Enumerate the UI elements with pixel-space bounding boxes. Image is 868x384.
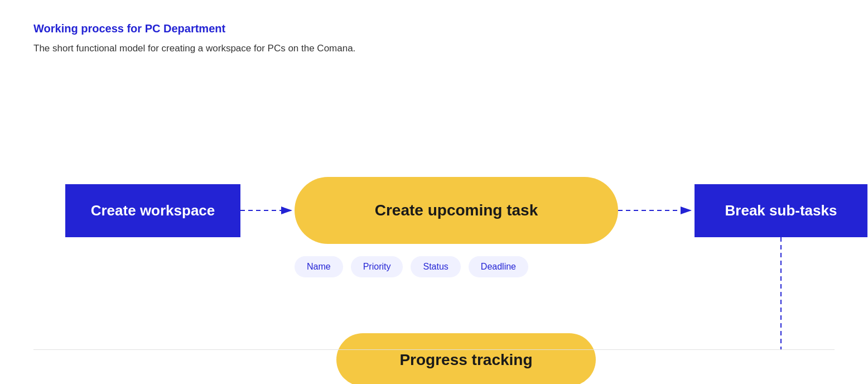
badge-deadline: Deadline xyxy=(469,256,528,277)
diagram: Create workspace Create upcoming task Br… xyxy=(33,82,835,350)
badge-priority: Priority xyxy=(351,256,403,277)
create-upcoming-task-node: Create upcoming task xyxy=(295,177,618,244)
create-workspace-node: Create workspace xyxy=(65,184,240,237)
page-subtitle: The short functional model for creating … xyxy=(33,43,835,54)
bottom-divider xyxy=(33,349,835,350)
break-subtasks-node: Break sub-tasks xyxy=(695,184,867,237)
badge-status: Status xyxy=(411,256,460,277)
progress-tracking-node: Progress tracking xyxy=(336,333,596,384)
page-title: Working process for PC Department xyxy=(33,22,835,35)
badge-name: Name xyxy=(295,256,343,277)
task-badges-row: Name Priority Status Deadline xyxy=(295,256,528,277)
